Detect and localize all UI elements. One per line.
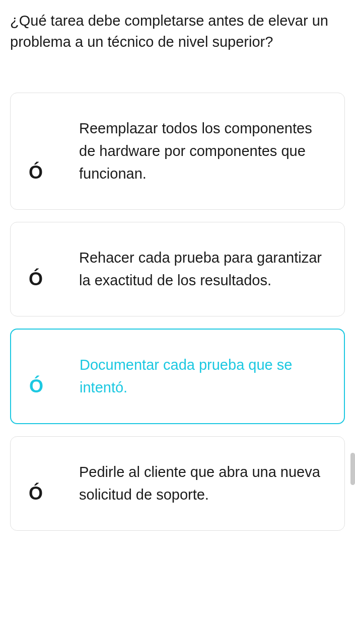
option-marker: Ó [29, 269, 79, 290]
option-text: Pedirle al cliente que abra una nueva so… [79, 461, 324, 506]
option-text: Documentar cada prueba que se intentó. [80, 354, 324, 399]
option-0[interactable]: Ó Reemplazar todos los componentes de ha… [10, 93, 345, 210]
option-marker: Ó [29, 483, 79, 504]
scrollbar-thumb[interactable] [350, 453, 355, 485]
question-text: ¿Qué tarea debe completarse antes de ele… [10, 10, 345, 52]
option-1[interactable]: Ó Rehacer cada prueba para garantizar la… [10, 222, 345, 316]
option-marker: Ó [29, 162, 79, 183]
option-text: Rehacer cada prueba para garantizar la e… [79, 247, 324, 292]
option-2[interactable]: Ó Documentar cada prueba que se intentó. [10, 329, 345, 424]
option-3[interactable]: Ó Pedirle al cliente que abra una nueva … [10, 436, 345, 531]
options-container: Ó Reemplazar todos los componentes de ha… [10, 93, 345, 530]
option-marker: Ó [29, 376, 80, 397]
option-text: Reemplazar todos los componentes de hard… [79, 117, 324, 185]
